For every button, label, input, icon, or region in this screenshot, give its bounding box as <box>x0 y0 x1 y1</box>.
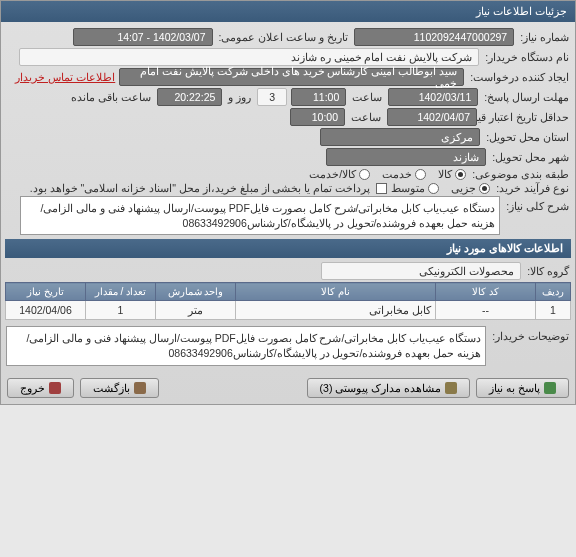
contact-link[interactable]: اطلاعات تماس خریدار <box>15 71 115 83</box>
goods-section-header: اطلاعات کالاهای مورد نیاز <box>5 239 571 258</box>
radio-goods-service[interactable]: کالا/خدمت <box>309 168 370 180</box>
cell-qty: 1 <box>86 301 156 320</box>
days-label: روز و <box>226 91 253 103</box>
buyer-org-label: نام دستگاه خریدار: <box>483 51 571 63</box>
requester-value: سید ابوطالب امینی کارشناس خرید های داخلی… <box>119 68 464 86</box>
back-button[interactable]: بازگشت <box>80 378 159 398</box>
announce-date-label: تاریخ و ساعت اعلان عمومی: <box>217 31 351 43</box>
exit-icon <box>49 382 61 394</box>
category-label: طبقه بندی موضوعی: <box>470 168 571 180</box>
col-qty: تعداد / مقدار <box>86 283 156 301</box>
radio-service-input[interactable] <box>415 169 426 180</box>
radio-goods[interactable]: کالا <box>438 168 466 180</box>
at-label-2: ساعت <box>349 111 383 123</box>
treasury-checkbox[interactable] <box>376 183 387 194</box>
radio-goods-service-label: کالا/خدمت <box>309 168 356 180</box>
deadline-time: 11:00 <box>291 88 346 106</box>
attachments-button[interactable]: مشاهده مدارک پیوستی (3) <box>307 378 471 398</box>
goods-table: ردیف کد کالا نام کالا واحد شمارش تعداد /… <box>5 282 571 320</box>
cell-code: -- <box>436 301 536 320</box>
col-name: نام کالا <box>236 283 436 301</box>
need-number-value: 1102092447000297 <box>354 28 514 46</box>
radio-service-label: خدمت <box>382 168 412 180</box>
radio-minor-input[interactable] <box>479 183 490 194</box>
validity-date: 1402/04/07 <box>387 108 477 126</box>
col-unit: واحد شمارش <box>156 283 236 301</box>
announce-date-value: 1402/03/07 - 14:07 <box>73 28 213 46</box>
buyer-notes-label: توضیحات خریدار: <box>490 326 571 342</box>
radio-medium-input[interactable] <box>428 183 439 194</box>
footer-bar: پاسخ به نیاز مشاهده مدارک پیوستی (3) باز… <box>1 372 575 404</box>
category-radios: کالا خدمت کالا/خدمت <box>309 168 466 180</box>
validity-label: حداقل تاریخ اعتبار قیمت تا تاریخ: <box>481 111 571 123</box>
radio-service[interactable]: خدمت <box>382 168 426 180</box>
cell-name: کابل مخابراتی <box>236 301 436 320</box>
time-remain: 20:22:25 <box>157 88 222 106</box>
goods-group-value: محصولات الکترونیکی <box>321 262 521 280</box>
need-desc-label: شرح کلی نیاز: <box>504 196 571 212</box>
attachments-label: مشاهده مدارک پیوستی (3) <box>320 382 442 394</box>
back-label: بازگشت <box>93 382 130 394</box>
radio-minor[interactable]: جزیی <box>451 182 490 194</box>
radio-goods-label: کالا <box>438 168 452 180</box>
table-row[interactable]: 1 -- کابل مخابراتی متر 1 1402/04/06 <box>6 301 571 320</box>
reply-icon <box>544 382 556 394</box>
city-label: شهر محل تحویل: <box>490 151 571 163</box>
cell-row: 1 <box>536 301 571 320</box>
days-remain: 3 <box>257 88 287 106</box>
col-code: کد کالا <box>436 283 536 301</box>
exit-label: خروج <box>20 382 45 394</box>
validity-time: 10:00 <box>290 108 345 126</box>
at-label-1: ساعت <box>350 91 384 103</box>
radio-medium[interactable]: متوسط <box>391 182 439 194</box>
back-icon <box>134 382 146 394</box>
radio-goods-service-input[interactable] <box>359 169 370 180</box>
buyer-org-value: شرکت پالایش نفت امام خمینی ره شازند <box>19 48 479 66</box>
deadline-date: 1402/03/11 <box>388 88 478 106</box>
payment-note: پرداخت تمام یا بخشی از مبلغ خرید،از محل … <box>28 182 372 194</box>
purchase-type-label: نوع فرآیند خرید: <box>494 182 571 194</box>
need-desc-value: دستگاه عیب‌یاب کابل مخابراتی/شرح کامل بص… <box>20 196 500 235</box>
city-value: شازند <box>326 148 486 166</box>
purchase-type-radios: جزیی متوسط <box>391 182 490 194</box>
col-date: تاریخ نیاز <box>6 283 86 301</box>
remaining-label: ساعت باقی مانده <box>69 91 153 103</box>
province-value: مرکزی <box>320 128 480 146</box>
need-number-label: شماره نیاز: <box>518 31 571 43</box>
radio-minor-label: جزیی <box>451 182 476 194</box>
reply-label: پاسخ به نیاز <box>489 382 540 394</box>
exit-button[interactable]: خروج <box>7 378 74 398</box>
goods-group-label: گروه کالا: <box>525 265 571 277</box>
attach-icon <box>445 382 457 394</box>
buyer-notes-value: دستگاه عیب‌یاب کابل مخابراتی/شرح کامل بص… <box>6 326 486 365</box>
radio-medium-label: متوسط <box>391 182 425 194</box>
province-label: استان محل تحویل: <box>484 131 571 143</box>
cell-unit: متر <box>156 301 236 320</box>
main-content: شماره نیاز: 1102092447000297 تاریخ و ساع… <box>1 22 575 372</box>
details-window: جزئیات اطلاعات نیاز شماره نیاز: 11020924… <box>0 0 576 405</box>
reply-button[interactable]: پاسخ به نیاز <box>476 378 569 398</box>
radio-goods-input[interactable] <box>455 169 466 180</box>
cell-date: 1402/04/06 <box>6 301 86 320</box>
requester-label: ایجاد کننده درخواست: <box>468 71 571 83</box>
deadline-label: مهلت ارسال پاسخ: <box>482 91 571 103</box>
col-row: ردیف <box>536 283 571 301</box>
window-title: جزئیات اطلاعات نیاز <box>1 1 575 22</box>
